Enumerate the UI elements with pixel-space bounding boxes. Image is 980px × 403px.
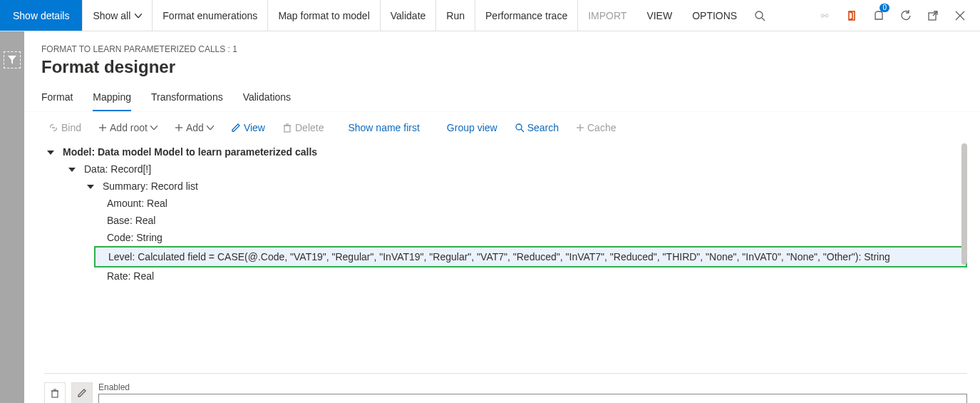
tab-mapping[interactable]: Mapping [93, 86, 131, 111]
performance-trace-button[interactable]: Performance trace [475, 0, 578, 31]
run-label: Run [446, 10, 465, 21]
caret-down-icon [87, 185, 94, 189]
tab-transformations[interactable]: Transformations [151, 86, 223, 111]
tree-node-level-selected[interactable]: Level: Calculated field = CASE(@.Code, "… [94, 246, 967, 267]
map-format-label: Map format to model [278, 10, 369, 21]
options-button[interactable]: OPTIONS [682, 0, 747, 31]
svg-line-16 [521, 129, 524, 132]
caret-down-icon [68, 168, 76, 172]
tree-node-label: Model: Data model Model to learn paramet… [63, 146, 317, 158]
tree-node-base[interactable]: Base: Real [44, 212, 967, 229]
close-icon [955, 11, 965, 21]
tree-node-amount[interactable]: Amount: Real [44, 195, 967, 212]
office-button[interactable] [839, 3, 865, 29]
command-bar-right: 0 [812, 0, 980, 31]
footer-separator [44, 373, 967, 374]
refresh-button[interactable] [893, 3, 919, 29]
scrollbar-vertical[interactable] [961, 143, 967, 265]
group-view-button[interactable]: Group view [443, 119, 502, 136]
add-label: Add [186, 122, 204, 133]
tree-node-model[interactable]: Model: Data model Model to learn paramet… [44, 143, 967, 160]
plus-icon [98, 123, 107, 132]
tab-validations[interactable]: Validations [243, 86, 291, 111]
tabs: Format Mapping Transformations Validatio… [24, 81, 980, 112]
breadcrumb: FORMAT TO LEARN PARAMETERIZED CALLS : 1 [24, 31, 980, 54]
popout-icon [927, 10, 939, 21]
options-label: OPTIONS [692, 10, 737, 21]
caret-down-icon [47, 151, 54, 155]
close-button[interactable] [947, 3, 973, 29]
format-enumerations-button[interactable]: Format enumerations [153, 0, 268, 31]
attach-icon [819, 10, 830, 21]
tree-node-code[interactable]: Code: String [44, 229, 967, 246]
tree-node-rate[interactable]: Rate: Real [44, 267, 967, 285]
tree-node-label: Code: String [107, 232, 163, 243]
validate-button[interactable]: Validate [381, 0, 437, 31]
attach-button[interactable] [812, 3, 837, 29]
show-all-button[interactable]: Show all [83, 0, 153, 31]
popout-button[interactable] [920, 3, 946, 29]
svg-point-0 [755, 11, 763, 19]
enabled-block: Enabled [98, 382, 967, 403]
link-icon [48, 123, 58, 133]
format-enumerations-label: Format enumerations [163, 10, 257, 21]
svg-rect-19 [52, 391, 58, 397]
left-rail [0, 31, 24, 403]
mapping-toolbar: Bind Add root Add View Delete Show name … [24, 112, 980, 143]
svg-point-15 [516, 124, 522, 130]
page-title: Format designer [24, 54, 980, 81]
filter-button[interactable] [4, 51, 21, 68]
import-button: IMPORT [578, 0, 636, 31]
tree-node-label: Base: Real [107, 215, 155, 226]
chevron-down-icon [207, 126, 214, 130]
cache-label: Cache [587, 122, 616, 133]
enabled-label: Enabled [98, 382, 967, 392]
show-name-first-button[interactable]: Show name first [344, 119, 423, 136]
tree-node-label: Amount: Real [107, 198, 167, 209]
command-bar-left: Show details Show all Format enumeration… [0, 0, 773, 31]
show-details-button[interactable]: Show details [0, 0, 83, 31]
search-icon [754, 10, 765, 21]
cache-button: Cache [572, 119, 620, 136]
edit-enabled-button[interactable] [71, 382, 93, 403]
notifications-badge: 0 [880, 4, 889, 12]
view-label: VIEW [646, 10, 672, 21]
main-area: FORMAT TO LEARN PARAMETERIZED CALLS : 1 … [24, 31, 980, 403]
view-button[interactable]: View [227, 119, 269, 136]
search-icon [515, 123, 525, 133]
command-bar: Show details Show all Format enumeration… [0, 0, 980, 31]
bind-label: Bind [61, 122, 81, 133]
trash-icon [282, 123, 292, 133]
search-button[interactable] [747, 0, 773, 31]
tree-node-label: Data: Record[!] [84, 163, 151, 175]
add-root-button[interactable]: Add root [94, 119, 162, 136]
notifications-button[interactable]: 0 [866, 3, 892, 29]
show-details-label: Show details [13, 10, 69, 21]
search-tree-button[interactable]: Search [510, 119, 563, 136]
show-name-first-label: Show name first [348, 122, 419, 133]
delete-label: Delete [295, 122, 324, 133]
pencil-icon [231, 123, 241, 133]
tree-node-label: Level: Calculated field = CASE(@.Code, "… [108, 251, 890, 262]
map-format-to-model-button[interactable]: Map format to model [268, 0, 380, 31]
delete-enabled-button[interactable] [44, 382, 66, 403]
enabled-input[interactable] [98, 394, 967, 403]
perf-trace-label: Performance trace [485, 10, 567, 21]
view-label: View [244, 122, 265, 133]
tree-node-summary[interactable]: Summary: Record list [44, 178, 967, 195]
run-button[interactable]: Run [436, 0, 475, 31]
data-source-tree: Model: Data model Model to learn paramet… [44, 143, 967, 285]
add-button[interactable]: Add [170, 119, 218, 136]
tree-node-data[interactable]: Data: Record[!] [44, 160, 967, 178]
svg-rect-12 [284, 126, 290, 132]
validate-label: Validate [391, 10, 426, 21]
svg-line-1 [762, 18, 765, 21]
tab-format[interactable]: Format [41, 86, 73, 111]
refresh-icon [900, 10, 912, 21]
bind-button: Bind [44, 119, 86, 136]
svg-point-3 [825, 14, 828, 17]
funnel-icon [7, 55, 17, 65]
delete-button: Delete [278, 119, 328, 136]
view-button[interactable]: VIEW [636, 0, 682, 31]
chevron-down-icon [150, 126, 158, 130]
